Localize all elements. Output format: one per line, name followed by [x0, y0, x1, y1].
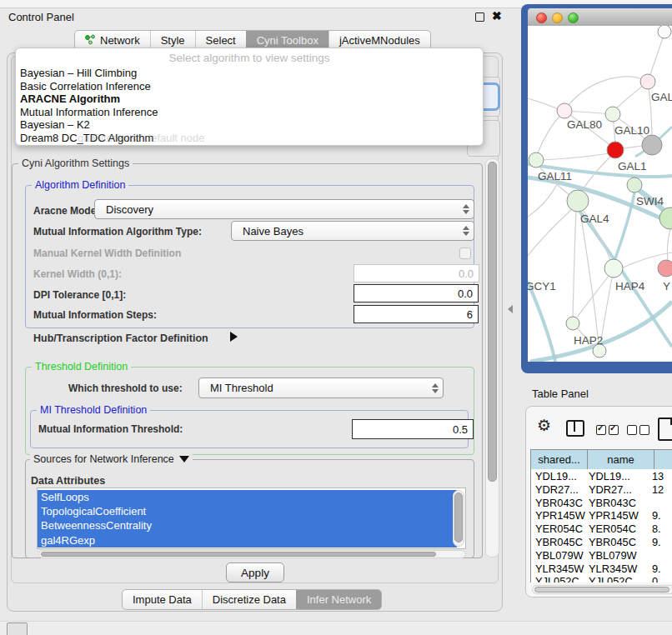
sources-title-row[interactable]: Sources for Network Inference	[30, 453, 193, 465]
node-label: GAL4	[580, 212, 609, 225]
kernel-width-input[interactable]: 0.0	[354, 264, 479, 282]
network-edge[interactable]	[564, 77, 648, 111]
close-icon[interactable]: ✖	[492, 9, 502, 22]
split-columns-icon[interactable]	[566, 420, 584, 437]
close-button[interactable]	[536, 12, 547, 23]
network-node-gal10[interactable]	[605, 107, 620, 122]
algorithm-option[interactable]: Basic Correlation Inference	[19, 80, 479, 93]
network-graph: GALGAL80GAL10GAL1GAL11GAL4SWI4GCY1HAP4YH…	[528, 26, 672, 362]
network-node-gal4[interactable]	[567, 190, 589, 212]
table-row[interactable]: YDR27...YDR27...12	[531, 483, 672, 497]
mi-type-combo[interactable]: Naive Bayes	[231, 221, 474, 241]
network-node-swi4[interactable]	[627, 178, 642, 192]
panel-collapse-grip-icon[interactable]	[508, 305, 513, 313]
table-cell: YPR145W	[535, 509, 585, 522]
algorithm-option[interactable]: Mutual Information Inference	[19, 106, 479, 119]
minimize-button[interactable]	[552, 12, 563, 23]
network-edge[interactable]	[622, 146, 643, 148]
list-item[interactable]: SelfLoops	[38, 490, 457, 504]
table-cell: YDL19...	[589, 470, 630, 482]
deselect-all-icon[interactable]	[627, 425, 649, 435]
list-horizontal-scrollbar[interactable]	[38, 550, 466, 558]
table-row[interactable]: YLR345WYLR345W9.	[531, 562, 672, 576]
dpi-tolerance-input[interactable]: 0.0	[354, 284, 479, 302]
bottom-left-panel-icon[interactable]	[7, 622, 28, 635]
algorithm-definition-title: Algorithm Definition	[32, 179, 128, 191]
which-threshold-combo[interactable]: MI Threshold	[198, 378, 444, 398]
table-row[interactable]: YJL052CYJL052C0.	[531, 575, 672, 582]
data-attributes-listbox[interactable]: SelfLoopsTopologicalCoefficientBetweenne…	[37, 488, 466, 549]
network-node[interactable]	[642, 135, 662, 155]
aracne-mode-combo[interactable]: Discovery	[94, 199, 474, 219]
network-edge[interactable]	[577, 276, 609, 318]
tab-label: Impute Data	[133, 593, 192, 606]
table-body[interactable]: YDL19...YDL19...13YDR27...YDR27...12YBR0…	[530, 469, 672, 582]
column-header-3[interactable]	[654, 450, 672, 469]
network-edge[interactable]	[542, 153, 609, 160]
network-node[interactable]	[593, 344, 606, 358]
column-header-shared[interactable]: shared...	[531, 450, 588, 469]
list-vertical-scrollbar[interactable]	[453, 490, 464, 547]
algorithm-option[interactable]: Bayesian – Hill Climbing	[19, 67, 479, 80]
float-icon[interactable]	[475, 12, 484, 22]
network-icon	[85, 34, 96, 48]
network-node[interactable]	[658, 26, 671, 38]
gear-icon[interactable]: ⚙	[537, 418, 551, 433]
network-window: GALGAL80GAL10GAL1GAL11GAL4SWI4GCY1HAP4YH…	[521, 4, 672, 373]
network-canvas[interactable]: GALGAL80GAL10GAL1GAL11GAL4SWI4GCY1HAP4YH…	[528, 26, 672, 362]
select-all-icon[interactable]	[596, 425, 619, 435]
network-node-y[interactable]	[658, 260, 672, 277]
desktop: { "control_panel": { "title": "Control P…	[0, 0, 672, 635]
hub-section-label[interactable]: Hub/Transcription Factor Definition	[33, 332, 208, 344]
network-edge[interactable]	[667, 229, 670, 262]
table-horizontal-scrollbar[interactable]	[532, 585, 672, 594]
dropdown-placeholder: Select algorithm to view settings	[16, 52, 483, 64]
settings-vertical-scrollbar[interactable]	[485, 158, 499, 558]
table-cell: YBR043C	[589, 497, 636, 509]
which-threshold-label: Which threshold to use:	[68, 382, 183, 394]
table-row[interactable]: YBR045CYBR045C9.	[531, 536, 672, 549]
zoom-button[interactable]	[568, 12, 579, 23]
network-node-hap4[interactable]	[604, 259, 623, 278]
mi-threshold-input[interactable]: 0.5	[352, 419, 474, 439]
network-node-gal80[interactable]	[557, 103, 572, 118]
tab-infer-network[interactable]: Infer Network	[296, 590, 381, 609]
network-node-hap2[interactable]	[566, 317, 579, 330]
network-edge[interactable]	[528, 98, 559, 109]
network-edge[interactable]	[528, 209, 572, 264]
network-window-titlebar[interactable]	[528, 8, 672, 27]
manual-kernel-label: Manual Kernel Width Definition	[33, 248, 181, 259]
document-icon[interactable]	[658, 418, 672, 441]
network-edge[interactable]	[573, 212, 576, 317]
table-row[interactable]: YDL19...YDL19...13	[531, 470, 672, 483]
apply-button[interactable]: Apply	[226, 562, 284, 582]
tab-impute-data[interactable]: Impute Data	[123, 590, 202, 609]
table-row[interactable]: YER054CYER054C8.	[531, 522, 672, 536]
list-item[interactable]: BetweennessCentrality	[38, 518, 457, 532]
manual-kernel-checkbox[interactable]	[459, 248, 471, 259]
mi-steps-input[interactable]: 6	[354, 305, 479, 323]
network-node-gal11[interactable]	[529, 152, 544, 168]
control-panel: Control Panel ✖ NetworkStyleSelectCyni T…	[0, 8, 510, 621]
table-row[interactable]: YPR145WYPR145W9.	[531, 509, 672, 522]
table-cell: YBR045C	[535, 536, 583, 548]
tab-discretize-data[interactable]: Discretize Data	[202, 590, 296, 609]
network-edge[interactable]	[528, 282, 555, 362]
table-row[interactable]: YBL079WYBL079W	[531, 549, 672, 562]
list-item[interactable]: TopologicalCoefficient	[38, 504, 457, 518]
algorithm-option[interactable]: ARACNE Algorithm	[19, 92, 479, 106]
mi-threshold-label: Mutual Information Threshold:	[38, 423, 183, 435]
collapse-arrow-icon[interactable]	[179, 456, 189, 462]
list-item[interactable]: gal4RGexp	[38, 533, 457, 548]
table-cell: 0.	[652, 575, 661, 582]
network-node-gal[interactable]	[640, 74, 655, 89]
network-node-gal1[interactable]	[607, 142, 624, 158]
algorithm-option[interactable]: Bayesian – K2	[19, 118, 479, 132]
node-label: Y	[663, 280, 670, 292]
hub-expand-icon[interactable]	[230, 332, 238, 342]
stepper-icon	[459, 226, 474, 236]
mi-steps-value: 6	[467, 308, 473, 321]
table-row[interactable]: YBR043CYBR043C	[531, 497, 672, 510]
tab-label: Style	[161, 34, 185, 47]
column-header-name[interactable]: name	[588, 450, 654, 469]
